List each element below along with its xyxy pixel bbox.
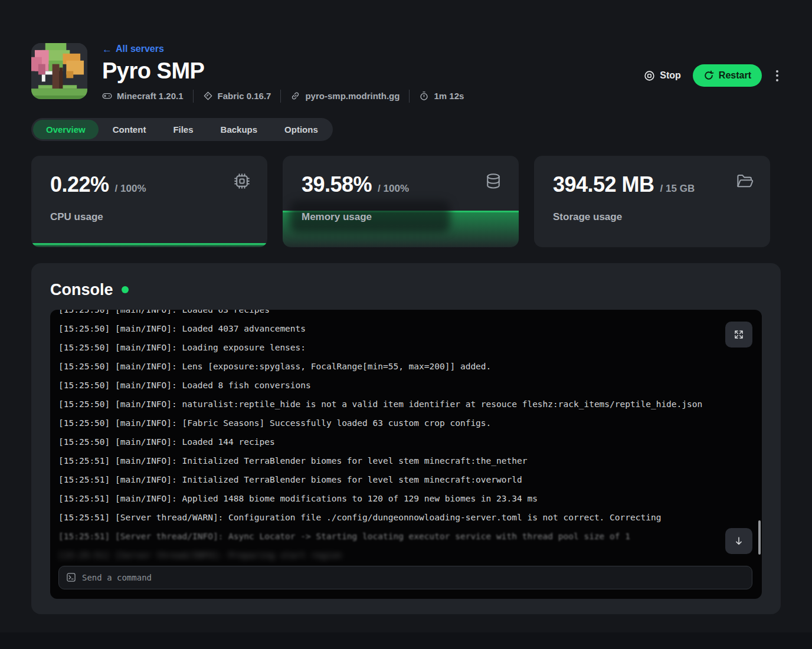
meta-divider [280,90,281,103]
tab-backups[interactable]: Backups [208,120,271,139]
memory-usage-label: Memory usage [302,211,372,223]
stop-circle-icon [644,70,655,81]
command-bar [58,566,752,589]
tab-overview[interactable]: Overview [33,120,99,139]
stop-button-label: Stop [660,70,681,81]
console-log-line: [15:25:50] [main/INFO]: [Fabric Seasons]… [58,414,754,432]
footer-band [0,632,812,649]
console-log-line: [15:25:50] [main/INFO]: Loaded 8 fish co… [58,376,754,395]
console-log-line: [15:25:51] [Server thread/INFO]: Async L… [58,527,754,546]
command-input[interactable] [82,573,745,582]
console-header: Console [50,281,762,299]
server-page: ← All servers Pyro SMP Minecraft 1.20.1 [0,43,812,614]
scroll-to-bottom-button[interactable] [725,528,752,554]
server-meta-row: Minecraft 1.20.1 Fabric 0.16.7 [102,90,644,103]
console-lines: [15:25:50] [main/INFO]: Loaded 63 recipe… [58,310,754,565]
console-card: Console [15:25:50] [main/INFO]: Loaded 6… [31,263,781,614]
console-title: Console [50,281,113,299]
console-log-line: [15:25:50] [main/INFO]: naturalist:repti… [58,395,754,414]
memory-usage-card: 39.58% / 100% Memory usage [283,156,519,247]
pixel-tree-icon [31,43,87,99]
back-link-label: All servers [116,44,164,54]
console-log-line: [15:25:51] [main/INFO]: Applied 1488 bio… [58,489,754,508]
stats-row: 0.22% / 100% CPU usage 39.58% / 100 [31,156,781,247]
meta-divider [409,90,410,103]
server-header: ← All servers Pyro SMP Minecraft 1.20.1 [31,43,781,103]
console-log-line: [15:25:50] [main/INFO]: Loaded 4037 adva… [58,319,754,338]
terminal-prompt-icon [66,572,76,582]
console-status-dot [122,286,129,293]
cpu-usage-card: 0.22% / 100% CPU usage [31,156,267,247]
stop-button[interactable]: Stop [644,70,681,81]
console-scrollbar-thumb[interactable] [758,520,761,555]
meta-address-label: pyro-smp.modrinth.gg [305,91,400,101]
memory-limit: / 100% [378,183,409,195]
storage-limit: / 15 GB [660,183,695,195]
folder-open-icon [736,172,754,192]
cpu-limit: / 100% [115,183,146,195]
meta-uptime: 1m 12s [419,91,464,101]
console-expand-button[interactable] [725,322,752,348]
tab-options[interactable]: Options [271,120,331,139]
more-options-button[interactable] [774,67,781,85]
tab-content[interactable]: Content [100,120,159,139]
console-log-line: [15:25:50] [main/INFO]: Loaded 144 recip… [58,432,754,451]
arrow-down-icon [734,536,744,546]
cpu-usage-label: CPU usage [50,211,103,223]
console-terminal: [15:25:50] [main/INFO]: Loaded 63 recipe… [50,310,762,599]
storage-value: 394.52 MB [553,172,654,197]
console-log-line: [15:25:50] [main/INFO]: Loading exposure… [58,338,754,357]
arrow-left-icon: ← [102,44,112,54]
memory-value: 39.58% [302,172,372,197]
console-log-line: [15:25:50] [main/INFO]: Loaded 63 recipe… [58,310,754,319]
meta-server-address[interactable]: pyro-smp.modrinth.gg [290,91,400,101]
console-log-line: [15:25:51] [main/INFO]: Initialized Terr… [58,451,754,470]
server-actions: Stop Restart [644,64,781,87]
fabric-loader-icon [203,91,213,101]
meta-uptime-label: 1m 12s [434,91,464,101]
tabs: OverviewContentFilesBackupsOptions [31,118,333,141]
console-log-line: [15:25:51] [Server thread/WARN]: Configu… [58,508,754,527]
server-head-info: ← All servers Pyro SMP Minecraft 1.20.1 [102,43,644,103]
meta-game-label: Minecraft 1.20.1 [117,91,184,101]
storage-usage-card: 394.52 MB / 15 GB Storage usage [534,156,770,247]
console-log-line: [15:25:51] [main/INFO]: Initialized Terr… [58,470,754,489]
cpu-icon [233,172,251,192]
cpu-value: 0.22% [50,172,109,197]
console-log-line: [15:25:50] [main/INFO]: Lens [exposure:s… [58,357,754,376]
meta-loader-version: Fabric 0.16.7 [203,91,271,101]
cpu-usage-graph [31,243,267,247]
restart-button-label: Restart [719,70,751,81]
tab-files[interactable]: Files [160,120,206,139]
restart-button[interactable]: Restart [693,64,762,87]
meta-loader-label: Fabric 0.16.7 [218,91,271,101]
link-icon [290,91,300,101]
page-title: Pyro SMP [102,58,644,84]
stopwatch-icon [419,91,429,101]
expand-arrows-icon [734,329,744,340]
storage-usage-label: Storage usage [553,211,622,223]
restart-icon [703,70,714,81]
meta-divider [193,90,194,103]
console-log-line: [15:25:51] [Server thread/INFO]: Prepari… [58,546,754,565]
gamepad-icon [102,91,112,101]
back-to-all-servers-link[interactable]: ← All servers [102,44,164,54]
meta-game-version: Minecraft 1.20.1 [102,91,184,101]
server-avatar [31,43,87,99]
memory-icon [484,172,502,192]
